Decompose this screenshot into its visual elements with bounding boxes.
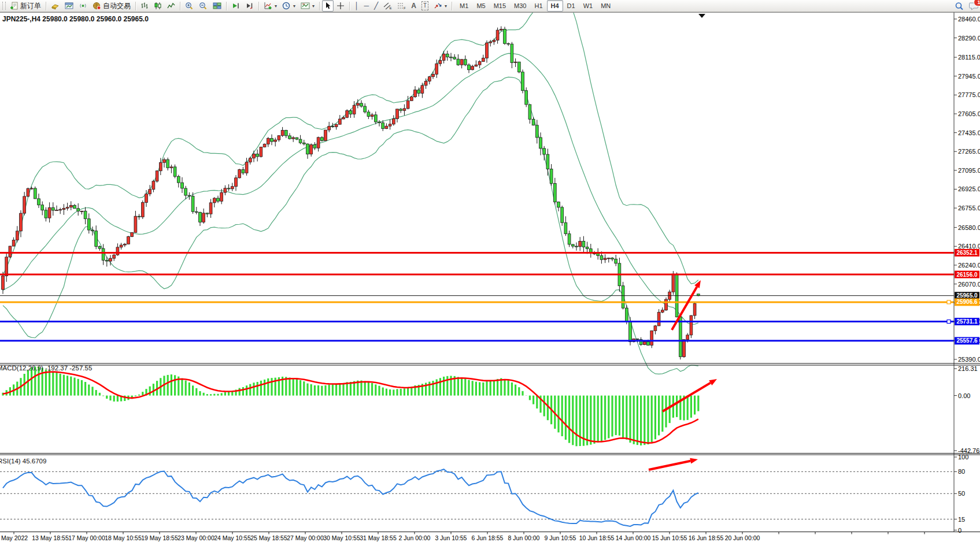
text-icon: A: [411, 2, 416, 10]
chart-title: JPN225-,H4 25980.0 25980.0 25960.0 25965…: [2, 15, 149, 23]
bollinger-bands: [3, 0, 698, 374]
clock-icon: [282, 2, 291, 10]
svg-text:0.00: 0.00: [958, 392, 970, 399]
svg-text:25390.0: 25390.0: [958, 356, 980, 363]
trendline-icon: ╱: [374, 2, 378, 10]
chart-shift-button[interactable]: [243, 0, 256, 12]
zoom-in-button[interactable]: [183, 0, 196, 12]
macd-pane: [3, 367, 698, 447]
separator: [226, 2, 227, 10]
candles-layer: [2, 26, 700, 359]
toolbar-grip[interactable]: [2, 2, 6, 10]
main-toolbar: 新订单: [0, 0, 980, 12]
svg-text:26925.0: 26925.0: [958, 185, 980, 192]
svg-text:28460.0: 28460.0: [958, 16, 980, 23]
svg-text:216.31: 216.31: [958, 365, 978, 372]
autoscroll-icon: [231, 2, 240, 10]
timeframe-button-h1[interactable]: H1: [530, 0, 546, 12]
crosshair-button[interactable]: [334, 0, 347, 12]
search-button[interactable]: [952, 0, 966, 12]
indicators-button[interactable]: ▾: [261, 0, 279, 12]
macd-indicator-label: MACD(12,26,9) -192.37 -257.55: [0, 365, 92, 372]
channel-button[interactable]: E: [381, 0, 394, 12]
new-order-label: 新订单: [20, 1, 41, 11]
toolbox-button[interactable]: [49, 0, 62, 12]
svg-text:26755.0: 26755.0: [958, 205, 980, 211]
svg-text:30 May 10:55: 30 May 10:55: [323, 534, 360, 541]
svg-text:20 Jun 00:00: 20 Jun 00:00: [725, 534, 760, 541]
svg-text:16 Jun 18:55: 16 Jun 18:55: [689, 534, 724, 541]
separator: [135, 2, 136, 10]
svg-text:May 2022: May 2022: [1, 534, 28, 541]
zoom-out-icon: [199, 2, 208, 10]
trendline-button[interactable]: ╱: [372, 0, 380, 12]
svg-text:26240.0: 26240.0: [958, 262, 980, 269]
channel-icon: E: [383, 2, 392, 10]
separator: [319, 2, 320, 10]
vertical-line-button[interactable]: │: [352, 0, 361, 12]
timeframe-button-m1[interactable]: M1: [456, 0, 472, 12]
search-icon: [955, 2, 964, 10]
svg-text:25557.6: 25557.6: [956, 337, 978, 344]
notification-badge: 1: [974, 0, 980, 6]
chart-shift-icon: [245, 2, 254, 10]
templates-button[interactable]: ▾: [298, 0, 317, 12]
rsi-indicator-label: RSI(14) 45.6709: [0, 458, 46, 465]
line-chart-button[interactable]: [165, 0, 177, 12]
fibonacci-button[interactable]: F: [395, 0, 408, 12]
signals-icon: [79, 2, 87, 10]
horizontal-line-objects[interactable]: [0, 252, 954, 340]
chart-canvas[interactable]: 28460.028290.028115.027945.027775.027605…: [0, 0, 980, 546]
chat-button[interactable]: 1: [967, 0, 980, 12]
arrows-button[interactable]: ▾: [431, 0, 449, 12]
text-label-icon: T: [421, 1, 428, 10]
timeframe-button-w1[interactable]: W1: [579, 0, 597, 12]
cursor-button[interactable]: [322, 0, 334, 12]
svg-text:100: 100: [958, 454, 968, 460]
svg-text:26410.0: 26410.0: [958, 243, 980, 250]
svg-text:27265.0: 27265.0: [958, 148, 980, 155]
bars-chart-button[interactable]: [138, 0, 151, 12]
timeframe-button-m5[interactable]: M5: [472, 0, 489, 12]
tile-windows-icon: [213, 2, 221, 10]
svg-text:26156.0: 26156.0: [956, 272, 978, 278]
arrow-objects-icon: [434, 2, 442, 10]
svg-text:25965.0: 25965.0: [956, 292, 978, 299]
rsi-pane: [0, 469, 954, 526]
signals-button[interactable]: [76, 0, 90, 12]
axes: 28460.028290.028115.027945.027775.027605…: [0, 13, 980, 542]
horizontal-line-button[interactable]: ─: [362, 0, 372, 12]
svg-text:10 Jun 18:55: 10 Jun 18:55: [579, 534, 615, 541]
tile-windows-button[interactable]: [210, 0, 224, 12]
autotrade-icon: [93, 2, 101, 10]
new-order-button[interactable]: 新订单: [8, 0, 43, 12]
toolbox-icon: [51, 2, 60, 10]
svg-text:27605.0: 27605.0: [958, 110, 980, 117]
autotrade-label: 自动交易: [103, 1, 131, 11]
timeframe-button-d1[interactable]: D1: [563, 0, 579, 12]
svg-text:15 Jun 10:55: 15 Jun 10:55: [652, 534, 687, 541]
indicators-icon: [264, 2, 272, 10]
timeframe-button-mn[interactable]: MN: [597, 0, 615, 12]
timeframe-button-m30[interactable]: M30: [510, 0, 530, 12]
chart-window-icon: [65, 2, 73, 10]
svg-text:6 Jun 18:55: 6 Jun 18:55: [472, 534, 504, 541]
periods-button[interactable]: ▾: [280, 0, 298, 12]
svg-text:18 May 10:55: 18 May 10:55: [105, 534, 142, 541]
timeframe-button-m15[interactable]: M15: [490, 0, 510, 12]
text-label-button[interactable]: T: [419, 0, 431, 12]
svg-text:14 Jun 00:00: 14 Jun 00:00: [616, 534, 651, 541]
dropdown-caret: ▾: [275, 3, 277, 9]
chart-window-button[interactable]: [62, 0, 76, 12]
zoom-out-button[interactable]: [197, 0, 210, 12]
svg-text:28290.0: 28290.0: [958, 35, 980, 42]
autoscroll-button[interactable]: [229, 0, 242, 12]
timeframe-button-h4[interactable]: H4: [547, 0, 563, 12]
text-button[interactable]: A: [409, 0, 419, 12]
svg-text:27435.0: 27435.0: [958, 129, 980, 136]
candles-chart-button[interactable]: [151, 0, 164, 12]
timeframe-group: M1M5M15M30H1H4D1W1MN: [456, 0, 615, 12]
svg-text:27 May 00:00: 27 May 00:00: [287, 534, 324, 541]
autotrade-button[interactable]: 自动交易: [90, 0, 133, 12]
svg-text:25906.6: 25906.6: [956, 299, 978, 305]
